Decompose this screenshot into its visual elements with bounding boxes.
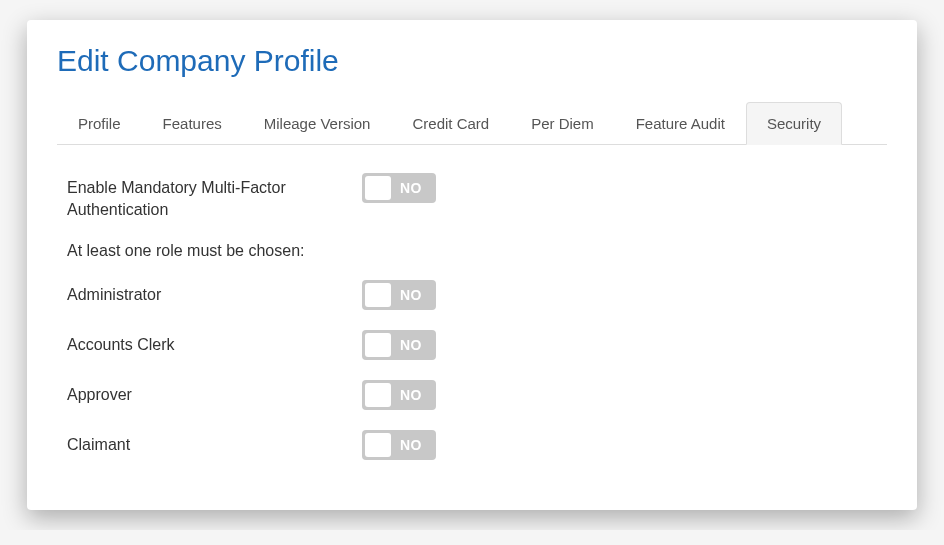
role-toggle-approver[interactable]: NO xyxy=(362,380,436,410)
tab-feature-audit[interactable]: Feature Audit xyxy=(615,102,746,145)
tab-security[interactable]: Security xyxy=(746,102,842,145)
role-toggle-text-accounts-clerk: NO xyxy=(400,337,422,353)
tab-features[interactable]: Features xyxy=(142,102,243,145)
role-toggle-text-administrator: NO xyxy=(400,287,422,303)
role-toggle-text-claimant: NO xyxy=(400,437,422,453)
card-container: Edit Company Profile Profile Features Mi… xyxy=(27,20,917,510)
form-section: Enable Mandatory Multi-Factor Authentica… xyxy=(57,173,887,460)
tab-per-diem[interactable]: Per Diem xyxy=(510,102,615,145)
role-row-accounts-clerk: Accounts Clerk NO xyxy=(67,330,887,360)
mfa-label: Enable Mandatory Multi-Factor Authentica… xyxy=(67,173,362,222)
mfa-toggle-text: NO xyxy=(400,180,422,196)
role-label-claimant: Claimant xyxy=(67,430,362,456)
toggle-knob xyxy=(365,383,391,407)
tab-credit-card[interactable]: Credit Card xyxy=(391,102,510,145)
toggle-knob xyxy=(365,283,391,307)
role-toggle-administrator[interactable]: NO xyxy=(362,280,436,310)
tab-mileage-version[interactable]: Mileage Version xyxy=(243,102,392,145)
roles-note: At least one role must be chosen: xyxy=(67,242,887,260)
mfa-row: Enable Mandatory Multi-Factor Authentica… xyxy=(67,173,887,222)
toggle-knob xyxy=(365,176,391,200)
toggle-knob xyxy=(365,333,391,357)
role-toggle-text-approver: NO xyxy=(400,387,422,403)
role-label-approver: Approver xyxy=(67,380,362,406)
mfa-toggle[interactable]: NO xyxy=(362,173,436,203)
role-row-administrator: Administrator NO xyxy=(67,280,887,310)
tabs-container: Profile Features Mileage Version Credit … xyxy=(57,102,887,145)
role-row-approver: Approver NO xyxy=(67,380,887,410)
role-toggle-claimant[interactable]: NO xyxy=(362,430,436,460)
role-toggle-accounts-clerk[interactable]: NO xyxy=(362,330,436,360)
role-label-accounts-clerk: Accounts Clerk xyxy=(67,330,362,356)
role-row-claimant: Claimant NO xyxy=(67,430,887,460)
role-label-administrator: Administrator xyxy=(67,280,362,306)
toggle-knob xyxy=(365,433,391,457)
tab-profile[interactable]: Profile xyxy=(57,102,142,145)
page-title: Edit Company Profile xyxy=(57,44,887,78)
